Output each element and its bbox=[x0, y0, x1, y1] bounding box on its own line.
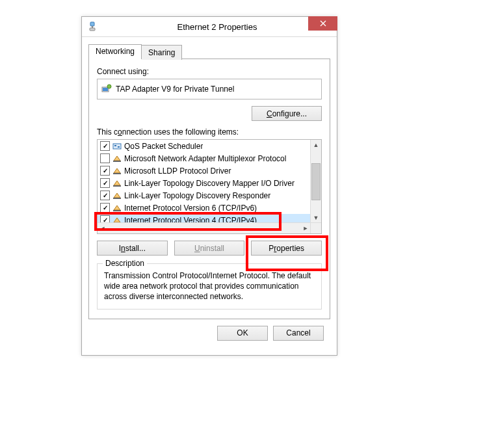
tab-networking[interactable]: Networking bbox=[88, 44, 142, 59]
checkbox[interactable] bbox=[100, 153, 110, 163]
ok-button[interactable]: OK bbox=[217, 326, 268, 341]
tab-sharing[interactable]: Sharing bbox=[142, 45, 182, 60]
description-text: Transmission Control Protocol/Internet P… bbox=[104, 270, 315, 302]
list-item-label: QoS Packet Scheduler bbox=[124, 142, 203, 151]
checkbox[interactable] bbox=[100, 178, 110, 188]
window-title: Ethernet 2 Properties bbox=[98, 22, 337, 32]
scroll-left-icon[interactable]: ◄ bbox=[98, 223, 108, 233]
svg-rect-12 bbox=[113, 198, 121, 199]
svg-rect-8 bbox=[118, 146, 120, 148]
svg-point-5 bbox=[107, 85, 111, 88]
protocol-icon bbox=[112, 166, 122, 176]
list-item[interactable]: Internet Protocol Version 4 (TCP/IPv4) bbox=[98, 214, 311, 223]
scroll-right-icon[interactable]: ► bbox=[300, 223, 311, 233]
list-item-label: Link-Layer Topology Discovery Responder bbox=[124, 191, 270, 200]
properties-button[interactable]: Properties bbox=[251, 241, 322, 256]
titlebar[interactable]: Ethernet 2 Properties bbox=[82, 17, 337, 37]
list-item-label: Microsoft Network Adapter Multiplexor Pr… bbox=[124, 154, 286, 163]
protocol-icon bbox=[112, 204, 122, 213]
svg-rect-7 bbox=[114, 145, 116, 146]
dialog-button-row: OK Cancel bbox=[88, 319, 330, 349]
description-legend: Description bbox=[103, 259, 147, 268]
scroll-up-icon[interactable]: ▲ bbox=[311, 140, 321, 150]
components-listbox[interactable]: QoS Packet SchedulerMicrosoft Network Ad… bbox=[97, 139, 322, 234]
protocol-icon bbox=[112, 191, 122, 200]
list-item-label: Internet Protocol Version 6 (TCP/IPv6) bbox=[124, 204, 257, 213]
vertical-scrollbar[interactable]: ▲ ▼ bbox=[310, 140, 321, 223]
cancel-button[interactable]: Cancel bbox=[273, 326, 324, 341]
scroll-down-icon[interactable]: ▼ bbox=[311, 213, 321, 223]
svg-rect-4 bbox=[103, 88, 108, 91]
connect-using-label: Connect using: bbox=[97, 67, 322, 76]
tab-strip: Networking Sharing bbox=[88, 44, 330, 59]
close-button[interactable] bbox=[308, 16, 337, 31]
checkbox[interactable] bbox=[100, 191, 110, 200]
properties-dialog: Ethernet 2 Properties Networking Sharing… bbox=[81, 16, 337, 356]
list-item[interactable]: QoS Packet Scheduler bbox=[98, 140, 311, 152]
uninstall-button: Uninstall bbox=[174, 241, 245, 256]
checkbox[interactable] bbox=[100, 203, 110, 213]
svg-rect-13 bbox=[113, 210, 121, 211]
svg-rect-11 bbox=[113, 185, 121, 187]
horizontal-scrollbar[interactable]: ◄ ► bbox=[98, 222, 311, 233]
list-item[interactable]: Internet Protocol Version 6 (TCP/IPv6) bbox=[98, 202, 311, 214]
adapter-icon bbox=[87, 21, 98, 32]
svg-rect-9 bbox=[113, 161, 121, 162]
list-item[interactable]: Link-Layer Topology Discovery Responder bbox=[98, 189, 311, 202]
list-item-label: Link-Layer Topology Discovery Mapper I/O… bbox=[124, 179, 295, 188]
network-adapter-icon bbox=[101, 84, 112, 94]
protocol-icon bbox=[112, 154, 122, 163]
adapter-name: TAP Adapter V9 for Private Tunnel bbox=[116, 85, 234, 94]
list-item-label: Microsoft LLDP Protocol Driver bbox=[124, 166, 231, 176]
adapter-field[interactable]: TAP Adapter V9 for Private Tunnel bbox=[97, 79, 322, 99]
items-label: This connection uses the following items… bbox=[97, 127, 322, 137]
svg-rect-0 bbox=[90, 22, 94, 26]
networking-panel: Connect using: TAP Adapter V9 for Privat… bbox=[88, 59, 330, 319]
scroll-thumb[interactable] bbox=[311, 163, 321, 200]
svg-rect-6 bbox=[113, 144, 121, 149]
list-item[interactable]: Microsoft LLDP Protocol Driver bbox=[98, 165, 311, 177]
description-group: Description Transmission Control Protoco… bbox=[97, 263, 322, 310]
protocol-icon bbox=[112, 179, 122, 188]
checkbox[interactable] bbox=[100, 166, 110, 176]
list-item[interactable]: Link-Layer Topology Discovery Mapper I/O… bbox=[98, 177, 311, 189]
list-item[interactable]: Microsoft Network Adapter Multiplexor Pr… bbox=[98, 152, 311, 165]
svg-rect-2 bbox=[90, 28, 95, 31]
client-area: Networking Sharing Connect using: TAP Ad… bbox=[82, 37, 337, 355]
install-button[interactable]: Install... bbox=[97, 241, 168, 256]
scroll-corner bbox=[310, 222, 321, 233]
scheduler-icon bbox=[112, 142, 122, 151]
svg-rect-10 bbox=[113, 173, 121, 174]
configure-button[interactable]: Configure... bbox=[252, 106, 322, 121]
checkbox[interactable] bbox=[100, 141, 110, 151]
